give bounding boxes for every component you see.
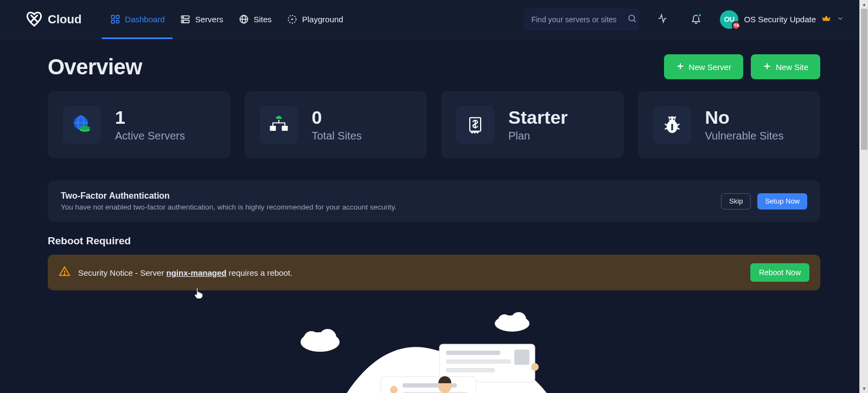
svg-point-29 xyxy=(495,315,529,332)
svg-rect-2 xyxy=(111,20,114,23)
warning-icon xyxy=(59,265,71,280)
svg-point-27 xyxy=(304,331,319,346)
plan-value: Starter xyxy=(508,108,568,126)
nav-servers-label: Servers xyxy=(195,15,224,24)
svg-rect-1 xyxy=(116,15,119,18)
reboot-suffix: requires a reboot. xyxy=(226,268,292,277)
scrollbar[interactable]: ▲ ▼ xyxy=(859,0,868,393)
svg-rect-34 xyxy=(446,359,511,364)
svg-point-6 xyxy=(183,17,184,18)
svg-point-12 xyxy=(629,15,635,21)
scroll-down-icon[interactable]: ▼ xyxy=(860,384,868,393)
total-sites-value: 0 xyxy=(312,108,362,126)
notifications-button[interactable] xyxy=(685,9,707,30)
notification-dot xyxy=(698,13,702,17)
reboot-text: Security Notice - Server nginx-managed r… xyxy=(78,268,743,277)
user-menu[interactable]: OU TA OS Security Update xyxy=(720,10,844,29)
plan-icon xyxy=(456,106,494,144)
svg-rect-32 xyxy=(439,344,535,382)
scroll-up-icon[interactable]: ▲ xyxy=(860,0,868,9)
two-factor-notice: Two-Factor Authentication You have not e… xyxy=(48,180,820,222)
reboot-now-button[interactable]: Reboot Now xyxy=(750,263,809,282)
svg-point-11 xyxy=(291,18,293,20)
bug-icon xyxy=(653,106,691,144)
new-site-label: New Site xyxy=(776,62,808,72)
vulnerable-label: Vulnerable Sites xyxy=(705,130,784,142)
reboot-heading: Reboot Required xyxy=(48,235,820,247)
page-title: Overview xyxy=(48,55,142,79)
svg-rect-18 xyxy=(282,126,288,131)
vulnerable-value: No xyxy=(705,108,784,126)
servers-icon xyxy=(180,14,191,25)
avatar: OU TA xyxy=(720,10,738,29)
svg-point-31 xyxy=(511,312,526,327)
nav-playground-label: Playground xyxy=(302,15,343,24)
svg-point-7 xyxy=(183,21,184,22)
svg-point-28 xyxy=(319,329,336,346)
dashboard-icon xyxy=(110,14,120,25)
globe-icon xyxy=(238,14,249,25)
cursor-pointer-icon xyxy=(194,287,203,299)
reboot-prefix: Security Notice - Server xyxy=(78,268,167,277)
svg-rect-35 xyxy=(446,368,495,372)
activity-button[interactable] xyxy=(652,9,673,30)
empty-illustration xyxy=(288,306,580,393)
playground-icon xyxy=(287,14,298,25)
page-actions: New Server New Site xyxy=(664,54,820,79)
svg-rect-0 xyxy=(111,15,114,18)
heart-logo-icon xyxy=(24,8,44,31)
new-site-button[interactable]: New Site xyxy=(751,54,820,79)
header: Cloud Dashboard Servers xyxy=(0,0,868,39)
reboot-notice: Security Notice - Server nginx-managed r… xyxy=(48,255,820,290)
scrollbar-thumb[interactable] xyxy=(861,9,867,150)
brand-text: Cloud xyxy=(48,12,81,27)
svg-point-30 xyxy=(498,314,511,327)
title-row: Overview New Server New Site xyxy=(48,54,820,79)
tfa-description: You have not enabled two-factor authenti… xyxy=(61,203,397,211)
nav-servers[interactable]: Servers xyxy=(173,0,231,39)
search-icon xyxy=(627,14,637,26)
svg-point-41 xyxy=(438,380,451,393)
svg-rect-17 xyxy=(270,126,276,131)
total-sites-icon xyxy=(260,106,298,144)
svg-point-26 xyxy=(301,332,340,352)
reboot-server-link[interactable]: nginx-managed xyxy=(167,268,227,277)
stat-plan[interactable]: Starter Plan xyxy=(441,91,624,159)
main-content: Overview New Server New Site xyxy=(0,39,868,306)
search-input[interactable] xyxy=(530,15,627,24)
svg-point-43 xyxy=(390,386,398,393)
search-box[interactable] xyxy=(524,8,640,31)
tfa-actions: Skip Setup Now xyxy=(721,193,807,210)
nav-dashboard[interactable]: Dashboard xyxy=(102,0,172,39)
crown-icon xyxy=(821,14,831,26)
total-sites-label: Total Sites xyxy=(312,130,362,142)
logo[interactable]: Cloud xyxy=(24,8,81,31)
stat-total-sites[interactable]: 0 Total Sites xyxy=(245,91,427,159)
main-nav: Dashboard Servers Sites xyxy=(102,0,350,39)
plus-icon xyxy=(763,62,771,72)
svg-rect-36 xyxy=(514,350,529,365)
stat-active-servers[interactable]: 1 Active Servers xyxy=(48,91,231,159)
new-server-button[interactable]: New Server xyxy=(664,54,743,79)
svg-rect-24 xyxy=(671,124,673,130)
stat-vulnerable-sites[interactable]: No Vulnerable Sites xyxy=(638,91,821,159)
active-servers-label: Active Servers xyxy=(115,130,185,142)
svg-point-25 xyxy=(64,274,65,275)
nav-sites[interactable]: Sites xyxy=(231,0,279,39)
stats-row: 1 Active Servers 0 Total Sites xyxy=(48,91,820,159)
tfa-skip-button[interactable]: Skip xyxy=(721,193,751,210)
svg-rect-38 xyxy=(403,383,457,388)
tfa-setup-button[interactable]: Setup Now xyxy=(757,193,807,210)
svg-point-3 xyxy=(116,20,119,23)
plus-icon xyxy=(676,62,685,72)
svg-rect-37 xyxy=(381,377,476,393)
svg-rect-33 xyxy=(446,351,500,355)
nav-playground[interactable]: Playground xyxy=(279,0,351,39)
svg-point-44 xyxy=(531,363,539,371)
avatar-badge: TA xyxy=(732,21,741,30)
chevron-down-icon xyxy=(837,15,844,24)
activity-icon xyxy=(657,13,668,26)
user-name: OS Security Update xyxy=(744,15,816,24)
plan-label: Plan xyxy=(508,130,568,142)
nav-sites-label: Sites xyxy=(253,15,271,24)
